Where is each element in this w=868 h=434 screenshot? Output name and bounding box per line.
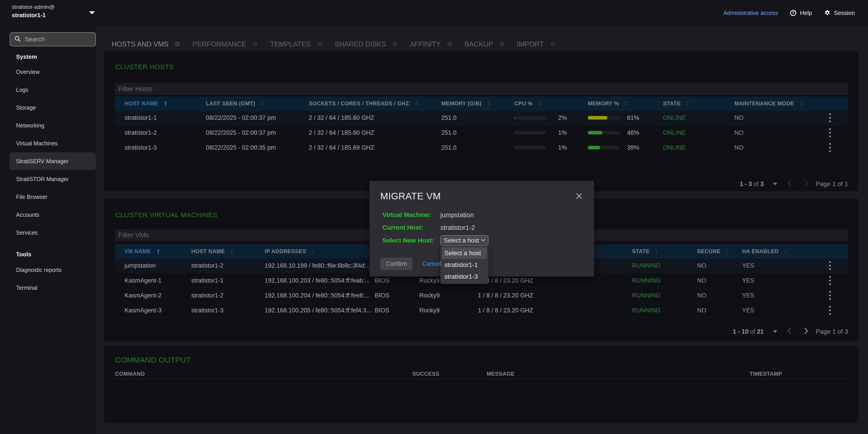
host-row-stratistor1-1[interactable]: stratistor1-1 08/22/2025 - 02:00:37 pm 2… (115, 111, 848, 125)
per-page-caret-icon[interactable] (773, 330, 777, 333)
next-page-button[interactable] (804, 180, 809, 188)
sort-both-icon (800, 101, 802, 106)
prev-page-button[interactable] (787, 328, 791, 336)
sort-both-icon (538, 101, 541, 106)
sidebar-search[interactable] (10, 32, 96, 46)
field-select-new-host: Select New Host: (382, 235, 440, 246)
sort-both-icon (231, 249, 233, 254)
hosts-col-memory-pct[interactable]: MEMORY % (588, 100, 663, 107)
hosts-col-cpu-pct[interactable]: CPU % (514, 100, 588, 107)
sidebar-item-virtual-machines[interactable]: Virtual Machines (9, 134, 96, 152)
search-icon (14, 35, 21, 43)
sidebar-item-overview[interactable]: Overview (9, 63, 96, 81)
tab-help-icon[interactable]: ? (175, 42, 180, 46)
sidebar-item-stratiserv-manager[interactable]: StratiSERV Manager (9, 152, 96, 170)
tab-help-icon[interactable]: ? (447, 42, 452, 46)
hosts-col-memory-gib[interactable]: MEMORY (GiB) (441, 100, 514, 107)
sidebar-item-terminal[interactable]: Terminal (9, 279, 96, 297)
hosts-col-state[interactable]: STATE (663, 100, 735, 107)
row-actions-kebab[interactable] (820, 142, 848, 153)
tab-help-icon[interactable]: ? (253, 42, 257, 46)
help-button[interactable]: ? Help (790, 9, 812, 17)
cmd-col-message: MESSAGE (487, 371, 749, 377)
close-icon[interactable] (576, 193, 582, 200)
host-row-stratistor1-3[interactable]: stratistor1-3 08/22/2025 - 02:00:35 pm 2… (115, 141, 848, 155)
vms-col-ip-addresses[interactable]: IP ADDRESSES (265, 248, 375, 254)
option-stratistor1-3[interactable]: stratistor1-3 (442, 271, 487, 283)
svg-text:?: ? (449, 42, 450, 46)
tab-help-icon[interactable]: ? (550, 42, 555, 46)
command-output-card: COMMAND OUTPUT COMMAND SUCCESS MESSAGE T… (104, 346, 858, 423)
row-actions-kebab[interactable] (820, 260, 848, 271)
cancel-button[interactable]: Cancel (422, 260, 441, 268)
vms-col-secure[interactable]: SECURE (697, 248, 742, 254)
chevron-down-icon (481, 239, 486, 243)
next-page-button[interactable] (804, 328, 809, 336)
tab-affinity[interactable]: AFFINITY ? (403, 26, 458, 53)
per-page-caret-icon[interactable] (773, 183, 777, 185)
tab-hosts-and-vms[interactable]: HOSTS AND VMS ? (105, 26, 186, 53)
tab-backup[interactable]: BACKUP ? (458, 26, 510, 53)
sidebar-item-networking[interactable]: Networking (9, 117, 96, 134)
tab-import[interactable]: IMPORT ? (510, 26, 561, 53)
option-select-a-host[interactable]: Select a host (442, 247, 487, 259)
field-current-host: Current Host: stratistor1-2 (382, 222, 475, 233)
hosts-col-sockets[interactable]: SOCKETS / CORES / THREADS / GHZ (309, 100, 441, 107)
prev-page-button[interactable] (787, 180, 791, 188)
gear-icon (824, 9, 831, 16)
tab-help-icon[interactable]: ? (393, 42, 397, 46)
tab-help-icon[interactable]: ? (317, 42, 322, 46)
tab-performance[interactable]: PERFORMANCE ? (186, 26, 264, 53)
vm-row-kasmagent-2[interactable]: KasmAgent-2 stratistor1-2 192.168.100.20… (115, 288, 848, 303)
state-badge: RUNNING (632, 277, 697, 284)
session-label: Session (834, 9, 855, 17)
new-host-select[interactable]: Select a host (440, 235, 489, 246)
svg-text:?: ? (319, 42, 320, 46)
sidebar-item-accounts[interactable]: Accounts (9, 206, 96, 224)
svg-text:?: ? (792, 10, 794, 15)
session-button[interactable]: Session (824, 9, 855, 17)
hosts-col-last-seen[interactable]: LAST SEEN (GMT) (206, 100, 309, 107)
vms-col-ha-enabled[interactable]: HA ENABLED (742, 248, 820, 254)
masthead-utilities: Administrative access ? Help Session (723, 0, 855, 26)
hosts-filter-input[interactable] (115, 85, 811, 93)
vms-col-host-name[interactable]: HOST NAME (191, 248, 265, 254)
sidebar-item-stratistor-manager[interactable]: StratiSTOR Manager (9, 170, 96, 188)
sidebar-item-file-browser[interactable]: File Browser (9, 188, 96, 206)
cpu-usage-bar: 1% (514, 144, 588, 151)
svg-text:?: ? (177, 42, 178, 46)
help-label: Help (800, 9, 812, 17)
tab-shared-disks[interactable]: SHARED DISKS ? (328, 26, 403, 53)
host-row-stratistor1-2[interactable]: stratistor1-2 08/22/2025 - 02:00:37 pm 2… (115, 125, 848, 141)
confirm-button[interactable]: Confirm (380, 258, 412, 270)
cpu-usage-bar: 2% (514, 114, 588, 121)
row-actions-kebab[interactable] (820, 275, 848, 286)
row-actions-kebab[interactable] (820, 112, 848, 123)
sidebar-item-diagnostic-reports[interactable]: Diagnostic reports (9, 261, 96, 279)
row-actions-kebab[interactable] (820, 127, 848, 138)
state-badge: RUNNING (632, 262, 697, 269)
help-circle-icon: ? (790, 9, 797, 16)
vms-col-vm-name[interactable]: VM NAME (115, 248, 191, 254)
sidebar-item-logs[interactable]: Logs (9, 81, 96, 99)
tab-bar: HOSTS AND VMS ? PERFORMANCE ? TEMPLATES … (96, 26, 868, 53)
vm-row-kasmagent-3[interactable]: KasmAgent-3 stratistor1-3 192.168.100.20… (115, 303, 848, 318)
search-input[interactable] (24, 35, 92, 43)
sidebar-item-storage[interactable]: Storage (9, 99, 96, 117)
administrative-access-link[interactable]: Administrative access (723, 10, 778, 16)
sort-both-icon (312, 249, 314, 254)
state-badge: RUNNING (632, 292, 697, 299)
host-switcher[interactable]: stratistor-admin@ stratistor1-1 (12, 3, 98, 20)
tab-help-icon[interactable]: ? (500, 42, 504, 46)
tab-templates[interactable]: TEMPLATES ? (264, 26, 328, 53)
vms-col-state[interactable]: STATE (632, 248, 697, 254)
option-stratistor1-1[interactable]: stratistor1-1 (442, 259, 487, 271)
state-badge: ONLINE (663, 114, 735, 121)
memory-usage-bar: 61% (588, 114, 663, 121)
hosts-table-body: stratistor1-1 08/22/2025 - 02:00:37 pm 2… (115, 111, 848, 155)
row-actions-kebab[interactable] (820, 290, 848, 301)
row-actions-kebab[interactable] (820, 305, 848, 316)
hosts-col-maintenance[interactable]: MAINTENANCE MODE (735, 100, 820, 107)
hosts-col-host-name[interactable]: HOST NAME (115, 100, 206, 107)
sidebar-item-services[interactable]: Services (9, 224, 96, 242)
